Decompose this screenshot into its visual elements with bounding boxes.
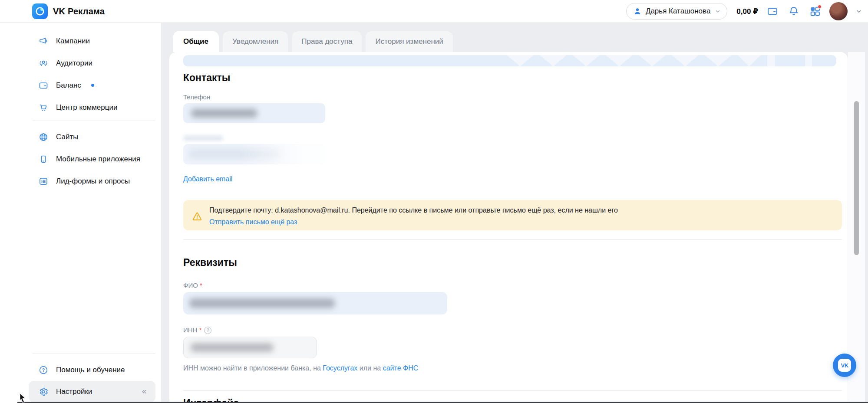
redacted-fio-value	[189, 298, 335, 308]
phone-label: Телефон	[183, 93, 842, 101]
wallet-icon	[766, 5, 779, 17]
fio-label: ФИО	[183, 282, 198, 289]
tab-change-history[interactable]: История изменений	[366, 31, 452, 52]
sidebar-item-label: Кампании	[56, 37, 90, 46]
fns-site-link[interactable]: сайте ФНС	[383, 364, 419, 372]
collapse-sidebar-button[interactable]	[139, 387, 155, 396]
section-divider	[183, 239, 842, 240]
banner-pattern	[183, 55, 836, 66]
bell-icon	[788, 5, 800, 17]
warning-icon	[191, 211, 203, 222]
fio-label-row: ФИО *	[183, 282, 842, 289]
sidebar-item-settings[interactable]: Настройки	[29, 381, 155, 402]
sidebar-item-audiences[interactable]: Аудитории	[0, 52, 161, 74]
notifications-button[interactable]	[787, 4, 801, 18]
people-icon	[38, 58, 49, 69]
lead-forms-icon	[38, 176, 49, 187]
double-chevron-left-icon	[139, 387, 149, 396]
avatar[interactable]	[829, 2, 848, 20]
inn-label: ИНН	[183, 326, 197, 334]
vk-ads-settings-page: VK Реклама Дарья Каташонова 0,00 ₽	[0, 0, 868, 403]
required-asterisk: *	[200, 282, 202, 289]
warning-text: Подтвердите почту: d.katashonova@mail.ru…	[209, 206, 618, 214]
sidebar-item-label: Помощь и обучение	[56, 366, 125, 374]
gear-icon	[38, 387, 49, 397]
brand[interactable]: VK Реклама	[32, 3, 105, 19]
balance-amount[interactable]: 0,00 ₽	[736, 7, 758, 16]
requisites-heading: Реквизиты	[183, 256, 842, 269]
phone-input[interactable]	[183, 103, 325, 123]
inn-hint-text: ИНН можно найти в приложении банка, на	[183, 364, 323, 372]
settings-card: Контакты Телефон Добавить email	[169, 52, 848, 403]
wallet-icon	[38, 80, 49, 91]
top-bar-actions: Дарья Каташонова 0,00 ₽	[626, 0, 863, 23]
sidebar-item-label: Мобильные приложения	[56, 155, 140, 164]
promo-banner-edge	[183, 55, 836, 66]
vk-support-chat-button[interactable]: VK	[833, 354, 856, 377]
balance-dot-badge	[91, 84, 94, 87]
sidebar-item-commerce-center[interactable]: Центр коммерции	[0, 96, 161, 118]
redacted-email-value	[189, 149, 281, 159]
sidebar-item-mobile-apps[interactable]: Мобильные приложения	[0, 148, 161, 170]
person-icon	[633, 7, 642, 16]
sidebar-divider	[33, 354, 155, 354]
gosuslugi-link[interactable]: Госуслугах	[323, 364, 357, 372]
sidebar-item-balance[interactable]: Баланс	[0, 74, 161, 96]
warning-body: Подтвердите почту: d.katashonova@mail.ru…	[209, 206, 618, 230]
account-switcher[interactable]: Дарья Каташонова	[626, 3, 727, 20]
vk-ads-logo-icon	[32, 3, 48, 19]
sidebar-nav: Кампании Аудитории Баланс	[0, 23, 161, 192]
sidebar: Кампании Аудитории Баланс	[0, 23, 161, 403]
sidebar-item-label: Баланс	[56, 81, 81, 90]
brand-name: VK Реклама	[53, 7, 105, 16]
email-input[interactable]	[183, 144, 325, 164]
sidebar-item-campaigns[interactable]: Кампании	[0, 30, 161, 52]
required-asterisk: *	[199, 326, 202, 334]
sidebar-item-label: Настройки	[56, 387, 92, 396]
resend-email-link[interactable]: Отправить письмо ещё раз	[209, 217, 297, 226]
svg-text:?: ?	[42, 367, 45, 372]
redacted-email-label	[183, 135, 223, 141]
main-area: Общие Уведомления Права доступа История …	[161, 23, 868, 403]
apps-menu-button[interactable]	[808, 4, 822, 18]
inn-help-icon[interactable]: ?	[204, 327, 211, 334]
sidebar-item-sites[interactable]: Сайты	[0, 126, 161, 148]
tab-general[interactable]: Общие	[173, 31, 219, 52]
inn-hint: ИНН можно найти в приложении банка, на Г…	[183, 364, 842, 372]
redacted-phone-value	[191, 109, 257, 118]
sidebar-item-label: Центр коммерции	[56, 103, 117, 112]
account-name: Дарья Каташонова	[646, 7, 710, 16]
sidebar-divider	[33, 121, 155, 121]
section-divider	[183, 390, 842, 391]
contacts-heading: Контакты	[183, 72, 842, 84]
top-bar: VK Реклама Дарья Каташонова 0,00 ₽	[0, 0, 868, 23]
sidebar-item-help[interactable]: ? Помощь и обучение	[0, 359, 161, 381]
megaphone-icon	[38, 36, 49, 46]
tab-notifications[interactable]: Уведомления	[223, 31, 288, 52]
sidebar-item-label: Сайты	[56, 133, 78, 141]
redacted-inn-value	[191, 343, 273, 352]
inn-input[interactable]	[183, 337, 317, 358]
wallet-button[interactable]	[766, 4, 779, 18]
sidebar-item-label: Лид-формы и опросы	[56, 177, 130, 186]
mouse-cursor	[19, 393, 26, 403]
question-circle-icon: ?	[38, 365, 49, 375]
fio-input[interactable]	[183, 292, 447, 315]
smartphone-icon	[38, 154, 49, 164]
notification-badge	[818, 5, 822, 9]
settings-tabs: Общие Уведомления Права доступа История …	[173, 31, 453, 52]
sidebar-item-label: Аудитории	[56, 59, 92, 68]
inn-label-row: ИНН * ?	[183, 326, 842, 334]
cart-icon	[38, 102, 49, 113]
sidebar-item-lead-forms[interactable]: Лид-формы и опросы	[0, 170, 161, 192]
tab-access-rights[interactable]: Права доступа	[292, 31, 362, 52]
add-email-link[interactable]: Добавить email	[183, 175, 232, 183]
chevron-down-icon	[714, 8, 721, 15]
inn-hint-text: или на	[357, 364, 383, 372]
profile-chevron-down-icon[interactable]	[855, 7, 863, 15]
settings-content: Контакты Телефон Добавить email	[183, 55, 842, 403]
scrollbar-track[interactable]	[848, 52, 865, 403]
scrollbar-thumb[interactable]	[854, 101, 859, 255]
email-confirmation-banner: Подтвердите почту: d.katashonova@mail.ru…	[183, 200, 842, 230]
globe-icon	[38, 132, 49, 142]
